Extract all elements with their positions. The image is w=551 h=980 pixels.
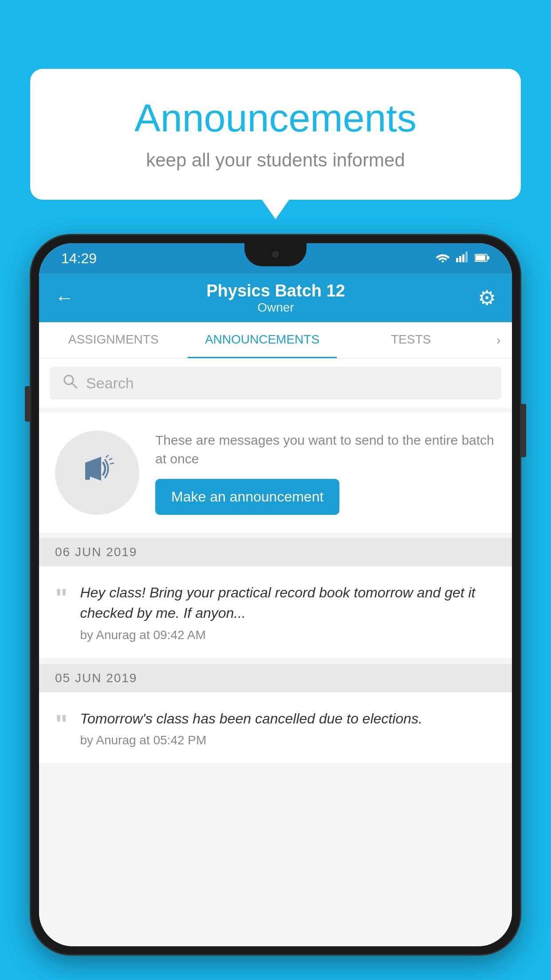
- svg-rect-1: [456, 258, 458, 262]
- tab-tests[interactable]: TESTS: [337, 322, 485, 358]
- search-icon: [62, 373, 78, 393]
- make-announcement-button[interactable]: Make an announcement: [155, 479, 339, 515]
- speech-bubble-section: Announcements keep all your students inf…: [30, 69, 521, 200]
- svg-point-0: [442, 260, 444, 262]
- status-bar: 14:29: [39, 243, 512, 273]
- app-bar-subtitle: Owner: [87, 300, 464, 315]
- settings-icon[interactable]: ⚙: [478, 286, 496, 310]
- tab-assignments[interactable]: ASSIGNMENTS: [39, 322, 188, 358]
- svg-rect-7: [488, 256, 489, 260]
- svg-rect-6: [476, 255, 485, 261]
- quote-icon-2: ": [55, 711, 67, 738]
- phone-frame: 14:29: [31, 235, 520, 980]
- app-bar-title: Physics Batch 12: [87, 281, 464, 300]
- status-icons: [436, 252, 490, 265]
- svg-rect-3: [462, 254, 464, 262]
- svg-rect-11: [85, 472, 90, 480]
- date-separator-1: 06 JUN 2019: [39, 538, 512, 566]
- search-placeholder: Search: [86, 375, 134, 392]
- wifi-icon: [436, 252, 450, 265]
- announcement-promo: These are messages you want to send to t…: [39, 413, 512, 533]
- announcement-meta-2: by Anurag at 05:42 PM: [80, 733, 422, 747]
- app-bar-title-group: Physics Batch 12 Owner: [87, 281, 464, 315]
- svg-line-14: [110, 463, 114, 464]
- announcement-content-1: Hey class! Bring your practical record b…: [80, 582, 496, 642]
- promo-content: These are messages you want to send to t…: [155, 431, 496, 515]
- phone-inner: 14:29: [39, 243, 512, 946]
- announcement-item-2[interactable]: " Tomorrow's class has been cancelled du…: [39, 692, 512, 764]
- megaphone-icon: [77, 449, 117, 497]
- app-bar: ← Physics Batch 12 Owner ⚙: [39, 273, 512, 322]
- date-separator-2: 05 JUN 2019: [39, 664, 512, 692]
- notch: [244, 243, 307, 266]
- tab-announcements[interactable]: ANNOUNCEMENTS: [188, 322, 336, 358]
- announcement-meta-1: by Anurag at 09:42 AM: [80, 628, 496, 642]
- phone-outer: 14:29: [31, 235, 520, 954]
- announcement-text-2: Tomorrow's class has been cancelled due …: [80, 708, 422, 729]
- quote-icon-1: ": [55, 585, 67, 612]
- battery-icon: [475, 252, 490, 265]
- back-button[interactable]: ←: [55, 287, 74, 308]
- search-bar[interactable]: Search: [50, 367, 501, 399]
- tab-bar: ASSIGNMENTS ANNOUNCEMENTS TESTS ›: [39, 322, 512, 359]
- announcement-content-2: Tomorrow's class has been cancelled due …: [80, 708, 422, 747]
- announcement-text-1: Hey class! Bring your practical record b…: [80, 582, 496, 624]
- search-bar-container: Search: [39, 359, 512, 407]
- content-area: Search: [39, 359, 512, 946]
- promo-description: These are messages you want to send to t…: [155, 431, 496, 468]
- svg-line-12: [106, 455, 108, 457]
- tab-more[interactable]: ›: [485, 322, 512, 358]
- front-camera: [271, 249, 280, 259]
- svg-line-9: [72, 383, 77, 388]
- svg-rect-4: [465, 252, 468, 262]
- svg-line-13: [109, 458, 112, 460]
- status-time: 14:29: [61, 250, 97, 267]
- speech-bubble-subtitle: keep all your students informed: [66, 150, 485, 171]
- svg-rect-2: [459, 256, 461, 262]
- signal-icon: [456, 252, 468, 265]
- promo-icon-circle: [55, 431, 139, 515]
- speech-bubble: Announcements keep all your students inf…: [30, 69, 521, 200]
- announcement-item-1[interactable]: " Hey class! Bring your practical record…: [39, 566, 512, 659]
- speech-bubble-title: Announcements: [66, 95, 485, 141]
